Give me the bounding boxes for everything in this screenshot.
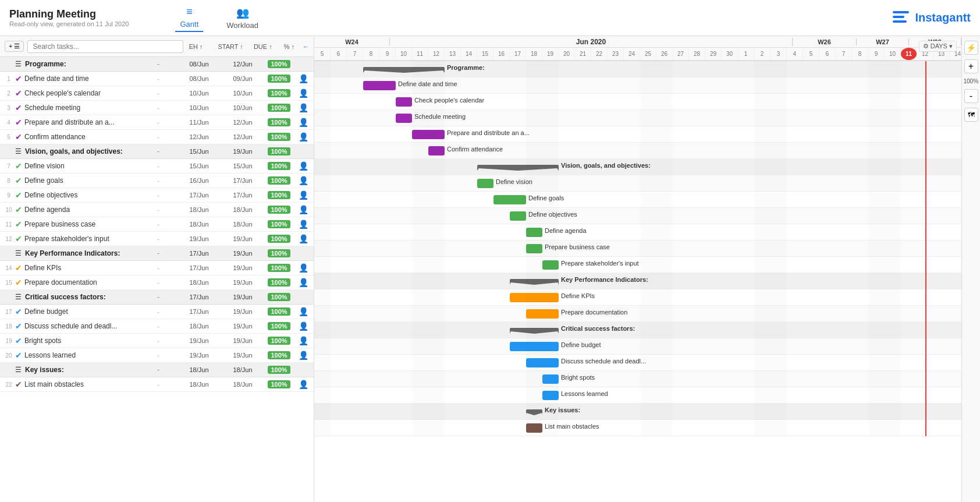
task-assign-icon[interactable]: 👤 bbox=[295, 205, 311, 214]
group-start: 17/Jun bbox=[176, 294, 222, 301]
task-assign-icon[interactable]: 👤 bbox=[295, 278, 311, 287]
task-due: 17/Jun bbox=[222, 177, 263, 184]
task-name: Define vision bbox=[24, 162, 141, 170]
day-cell: 10 bbox=[885, 48, 901, 60]
task-row: 15 ✔ Prepare documentation - 18/Jun 19/J… bbox=[0, 275, 314, 290]
gantt-task-row: Define vision bbox=[314, 175, 980, 192]
task-assign-icon[interactable]: 👤 bbox=[295, 74, 311, 83]
group-row-programme[interactable]: ☰ Programme: - 08/Jun 12/Jun 100% bbox=[0, 57, 314, 72]
task-check-icon: ✔ bbox=[15, 321, 22, 331]
task-num: 20 bbox=[2, 352, 15, 359]
task-assign-icon[interactable]: 👤 bbox=[295, 190, 311, 200]
task-row: 9 ✔ Define objectives - 17/Jun 17/Jun 10… bbox=[0, 188, 314, 203]
task-eh: - bbox=[141, 337, 176, 344]
group-due: 12/Jun bbox=[222, 61, 263, 68]
task-name: Confirm attendance bbox=[24, 133, 141, 141]
task-num: 1 bbox=[2, 76, 15, 82]
gantt-task-label: Discuss schedule and deadl... bbox=[561, 358, 646, 365]
gantt-task-label: Bright spots bbox=[561, 374, 595, 381]
task-check-icon: ✔ bbox=[15, 161, 22, 171]
task-assign-icon[interactable]: 👤 bbox=[295, 263, 311, 273]
tab-gantt[interactable]: ≡ Gantt bbox=[175, 3, 203, 32]
task-name: List main obstacles bbox=[24, 380, 141, 388]
gantt-icon: ≡ bbox=[186, 6, 193, 18]
day-cell: 25 bbox=[640, 48, 656, 60]
group-row-kpi[interactable]: ☰ Key Performance Indicators: - 17/Jun 1… bbox=[0, 246, 314, 261]
gantt-task-bar bbox=[510, 342, 559, 351]
task-start: 12/Jun bbox=[176, 133, 222, 140]
task-assign-icon[interactable]: 👤 bbox=[295, 161, 311, 171]
task-due: 19/Jun bbox=[222, 352, 263, 359]
add-collapse-button[interactable]: + ☰ bbox=[5, 41, 24, 52]
group-due: 19/Jun bbox=[222, 148, 263, 155]
task-assign-icon[interactable]: 👤 bbox=[295, 307, 311, 316]
group-eh: - bbox=[141, 147, 176, 155]
gantt-task-row: Check people's calendar bbox=[314, 94, 980, 110]
task-name: Check people's calendar bbox=[24, 89, 141, 97]
task-assign-icon[interactable]: 👤 bbox=[295, 132, 311, 142]
task-assign-icon[interactable]: 👤 bbox=[295, 103, 311, 112]
group-row-keyissues[interactable]: ☰ Key issues: - 18/Jun 18/Jun 100% bbox=[0, 363, 314, 377]
search-input[interactable] bbox=[27, 40, 183, 53]
header-tabs: ≡ Gantt 👥 Workload bbox=[175, 3, 262, 32]
days-dropdown-button[interactable]: ⚙ DAYS ▾ bbox=[919, 41, 957, 52]
group-name: Key issues: bbox=[25, 366, 141, 374]
task-start: 19/Jun bbox=[176, 235, 222, 242]
group-row-vision[interactable]: ☰ Vision, goals, and objectives: - 15/Ju… bbox=[0, 144, 314, 159]
task-pct: 100% bbox=[263, 176, 295, 185]
connect-icon-button[interactable]: ⚡ bbox=[964, 41, 978, 55]
task-pct: 100% bbox=[263, 307, 295, 316]
task-due: 18/Jun bbox=[222, 221, 263, 228]
gantt-task-label: List main obstacles bbox=[545, 423, 599, 430]
task-due: 19/Jun bbox=[222, 323, 263, 330]
gantt-task-label: Prepare stakeholder's input bbox=[561, 260, 639, 267]
group-collapse-icon[interactable]: ☰ bbox=[15, 293, 22, 301]
group-start: 15/Jun bbox=[176, 148, 222, 155]
task-assign-icon[interactable]: 👤 bbox=[295, 176, 311, 185]
task-assign-icon[interactable]: 👤 bbox=[295, 118, 311, 127]
task-assign-icon[interactable]: 👤 bbox=[295, 89, 311, 98]
day-cell: 19 bbox=[542, 48, 559, 60]
group-collapse-icon[interactable]: ☰ bbox=[15, 366, 22, 374]
task-assign-icon[interactable]: 👤 bbox=[295, 380, 311, 389]
gantt-task-bar-container: List main obstacles bbox=[314, 420, 966, 436]
start-header: START ↑ bbox=[218, 43, 243, 50]
day-cell: 21 bbox=[575, 48, 591, 60]
map-icon-button[interactable]: 🗺 bbox=[964, 108, 978, 122]
group-collapse-icon[interactable]: ☰ bbox=[15, 249, 22, 257]
task-eh: - bbox=[141, 206, 176, 213]
task-check-icon: ✔ bbox=[15, 89, 22, 98]
group-collapse-icon[interactable]: ☰ bbox=[15, 60, 22, 68]
svg-rect-2 bbox=[893, 20, 907, 23]
day-cell: 16 bbox=[493, 48, 510, 60]
gantt-task-label: Define vision bbox=[496, 178, 532, 185]
gantt-task-bar bbox=[542, 374, 559, 384]
gantt-group-row: Vision, goals, and objectives: bbox=[314, 159, 980, 175]
task-due: 12/Jun bbox=[222, 119, 263, 126]
task-assign-icon[interactable]: 👤 bbox=[295, 321, 311, 331]
zoom-in-button[interactable]: + bbox=[964, 59, 978, 73]
group-row-csf[interactable]: ☰ Critical success factors: - 17/Jun 19/… bbox=[0, 290, 314, 305]
task-assign-icon[interactable]: 👤 bbox=[295, 234, 311, 243]
task-check-icon: ✔ bbox=[15, 220, 22, 229]
group-collapse-icon[interactable]: ☰ bbox=[15, 147, 22, 155]
task-row: 14 ✔ Define KPIs - 17/Jun 19/Jun 100% 👤 bbox=[0, 261, 314, 275]
task-start: 16/Jun bbox=[176, 177, 222, 184]
tab-workload[interactable]: 👥 Workload bbox=[222, 4, 263, 32]
gantt-task-row: Prepare and distribute an a... bbox=[314, 126, 980, 143]
task-row: 18 ✔ Discuss schedule and deadl... - 18/… bbox=[0, 319, 314, 334]
task-due: 19/Jun bbox=[222, 337, 263, 344]
nav-arrow-button[interactable]: ← bbox=[303, 43, 309, 50]
task-assign-icon[interactable]: 👤 bbox=[295, 336, 311, 345]
group-due: 19/Jun bbox=[222, 294, 263, 301]
zoom-out-button[interactable]: - bbox=[964, 89, 978, 103]
task-num: 14 bbox=[2, 265, 15, 271]
task-assign-icon[interactable]: 👤 bbox=[295, 220, 311, 229]
task-start: 17/Jun bbox=[176, 264, 222, 271]
gantt-task-label: Define budget bbox=[561, 341, 601, 348]
gantt-task-bar bbox=[396, 114, 412, 123]
task-assign-icon[interactable]: 👤 bbox=[295, 351, 311, 360]
task-num: 17 bbox=[2, 309, 15, 315]
eh-header: EH ↑ bbox=[189, 43, 203, 50]
gantt-task-row: Schedule meeting bbox=[314, 110, 980, 126]
